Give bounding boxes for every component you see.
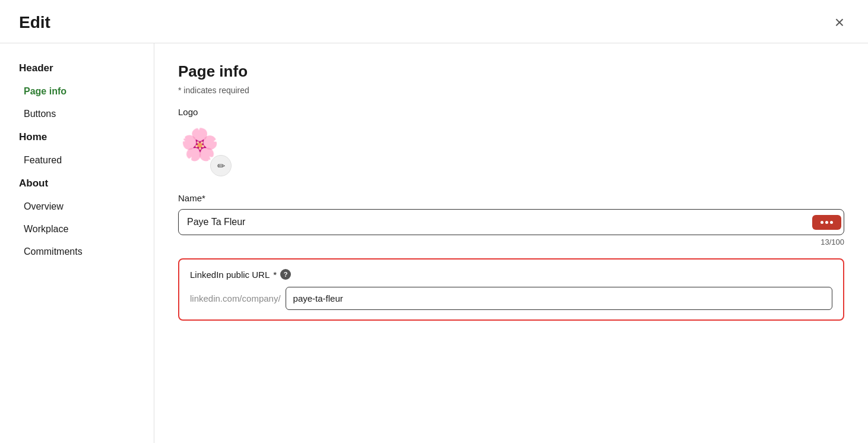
logo-label: Logo [178, 107, 844, 117]
name-input[interactable] [179, 210, 810, 235]
sidebar-group-header: Header [9, 58, 144, 79]
linkedin-url-input[interactable] [286, 287, 832, 310]
sidebar-item-commitments[interactable]: Commitments [9, 242, 144, 262]
required-note: * indicates required [178, 86, 844, 95]
sidebar-item-header[interactable]: Header [9, 58, 144, 79]
dot-1 [821, 221, 823, 224]
linkedin-prefix: linkedin.com/company/ [190, 293, 281, 303]
sidebar-item-featured[interactable]: Featured [9, 150, 144, 170]
name-label: Name* [178, 193, 844, 203]
modal-header: Edit × [0, 0, 868, 43]
linkedin-required-star: * [273, 270, 277, 280]
modal-container: Edit × Header Page info Buttons Home Fea… [0, 0, 868, 443]
logo-area: Logo 🌸 ✏ [178, 107, 844, 176]
name-input-row [178, 209, 844, 235]
page-title: Page info [178, 62, 844, 81]
help-icon[interactable]: ? [280, 269, 291, 280]
sidebar-item-workplace[interactable]: Workplace [9, 219, 144, 239]
sidebar-item-buttons[interactable]: Buttons [9, 104, 144, 124]
sidebar-group-workplace: Workplace [9, 219, 144, 239]
sidebar-group-overview: Overview [9, 197, 144, 217]
linkedin-section: LinkedIn public URL * ? linkedin.com/com… [178, 258, 844, 321]
name-char-count: 13/100 [178, 238, 844, 246]
sidebar-item-overview[interactable]: Overview [9, 197, 144, 217]
sidebar-group-about: About [9, 173, 144, 194]
dots-icon [821, 221, 833, 224]
dot-2 [825, 221, 828, 224]
sidebar-group-buttons: Buttons [9, 104, 144, 124]
name-field-group: Name* 13/100 [178, 193, 844, 246]
modal-body: Header Page info Buttons Home Featured A… [0, 43, 868, 443]
sidebar-group-commitments: Commitments [9, 242, 144, 262]
sidebar-item-home[interactable]: Home [9, 126, 144, 148]
close-button[interactable]: × [830, 12, 849, 33]
main-content: Page info * indicates required Logo 🌸 ✏ … [154, 43, 868, 443]
pencil-icon: ✏ [217, 160, 225, 172]
linkedin-label: LinkedIn public URL [190, 270, 270, 280]
sidebar-group-home: Home [9, 126, 144, 148]
logo-wrapper: 🌸 ✏ [178, 123, 232, 176]
modal-title: Edit [19, 13, 50, 32]
sidebar-group-featured: Featured [9, 150, 144, 170]
linkedin-label-row: LinkedIn public URL * ? [190, 269, 832, 280]
logo-edit-button[interactable]: ✏ [210, 155, 232, 176]
dot-3 [830, 221, 833, 224]
sidebar-group-page-info: Page info [9, 81, 144, 102]
question-mark: ? [284, 271, 288, 278]
sidebar-item-about[interactable]: About [9, 173, 144, 194]
linkedin-url-row: linkedin.com/company/ [190, 287, 832, 310]
name-action-button[interactable] [812, 215, 841, 230]
sidebar-item-page-info[interactable]: Page info [9, 81, 144, 102]
sidebar: Header Page info Buttons Home Featured A… [0, 43, 154, 443]
